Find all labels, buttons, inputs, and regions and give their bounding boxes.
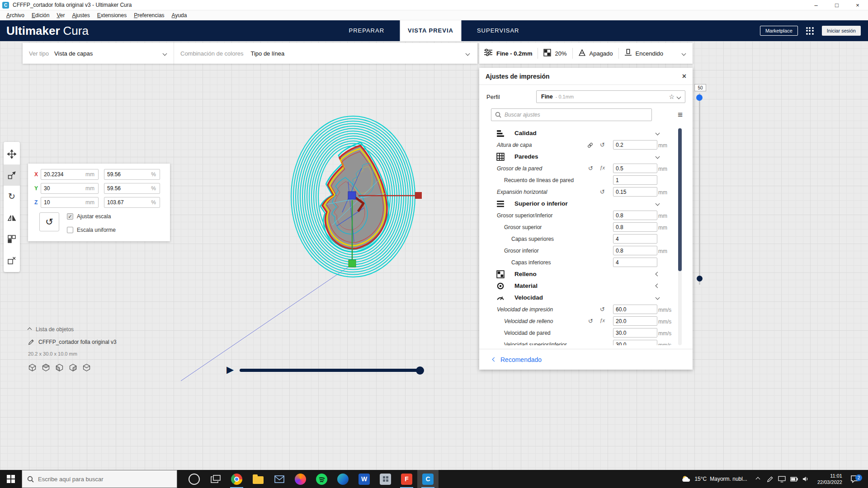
- tab-vista-previa[interactable]: VISTA PREVIA: [400, 20, 462, 41]
- menu-ajustes[interactable]: Ajustes: [68, 12, 93, 19]
- close-icon[interactable]: ×: [682, 72, 686, 80]
- play-button[interactable]: ▶: [226, 364, 234, 375]
- mirror-tool[interactable]: [4, 207, 20, 228]
- hidden-icons-chevron[interactable]: [755, 477, 760, 481]
- menu-ver[interactable]: Ver: [53, 12, 68, 19]
- menu-preferencias[interactable]: Preferencias: [130, 12, 168, 19]
- setting-input[interactable]: [613, 305, 657, 314]
- setting-input[interactable]: [613, 258, 657, 267]
- setting-input[interactable]: [613, 187, 657, 197]
- revert-icon[interactable]: ↺: [600, 141, 605, 148]
- revert-icon[interactable]: ↺: [600, 306, 605, 313]
- x-percent-field[interactable]: %: [104, 169, 160, 180]
- animation-slider-track[interactable]: [240, 369, 422, 372]
- uniform-scale-checkbox[interactable]: [67, 227, 73, 233]
- settings-search-box[interactable]: [491, 108, 652, 121]
- snap-scale-option[interactable]: ✓ Ajustar escala: [67, 213, 111, 220]
- link-icon[interactable]: [587, 141, 593, 150]
- settings-scrollbar-thumb[interactable]: [678, 128, 682, 271]
- edge-icon[interactable]: [332, 470, 354, 488]
- star-icon[interactable]: ☆: [669, 93, 675, 100]
- weather-widget[interactable]: 15°C Mayorm. nubl...: [676, 475, 753, 483]
- tab-preparar[interactable]: PREPARAR: [341, 20, 393, 41]
- setting-input[interactable]: [613, 328, 657, 338]
- battery-icon[interactable]: [790, 476, 798, 482]
- settings-menu-icon[interactable]: ≡: [678, 110, 683, 120]
- x-size-field[interactable]: mm: [41, 169, 99, 180]
- menu-ayuda[interactable]: Ayuda: [168, 12, 191, 19]
- recommended-link[interactable]: Recomendado: [500, 356, 542, 363]
- view-type-dropdown[interactable]: Ver tipo Vista de capas: [23, 43, 174, 64]
- view-3d-icon[interactable]: [28, 363, 37, 372]
- settings-search-input[interactable]: [505, 112, 648, 118]
- monitor-icon[interactable]: [778, 476, 786, 483]
- print-settings-summary[interactable]: Fine - 0.2mm 20% Apagado Encendido: [479, 43, 693, 64]
- uniform-scale-option[interactable]: Escala uniforme: [67, 227, 116, 233]
- y-size-field[interactable]: mm: [41, 183, 99, 194]
- setting-input[interactable]: [613, 246, 657, 255]
- cura-taskbar-icon[interactable]: C: [417, 470, 439, 488]
- profile-dropdown[interactable]: Fine - 0.1mm ☆: [536, 90, 685, 103]
- z-percent-field[interactable]: %: [104, 197, 160, 208]
- settings-category-superior-inferior[interactable]: Superior o inferior: [479, 198, 687, 210]
- menu-edicion[interactable]: Edición: [28, 12, 53, 19]
- chrome-icon[interactable]: [226, 470, 247, 488]
- object-list-toggle[interactable]: Lista de objetos: [28, 326, 74, 333]
- y-percent-field[interactable]: %: [104, 183, 160, 194]
- reset-scale-button[interactable]: ↺: [39, 212, 59, 231]
- cortana-icon[interactable]: [184, 470, 205, 488]
- setting-input[interactable]: [613, 140, 657, 150]
- speaker-icon[interactable]: [802, 476, 809, 482]
- app-icon-misc[interactable]: [375, 470, 396, 488]
- setting-input[interactable]: [613, 164, 657, 173]
- formula-icon[interactable]: ƒx: [599, 318, 605, 323]
- z-percent-input[interactable]: [104, 199, 151, 206]
- y-percent-input[interactable]: [104, 185, 151, 192]
- clock[interactable]: 11:01 22/03/2022: [813, 473, 847, 486]
- start-button[interactable]: [0, 470, 22, 488]
- revert-icon[interactable]: ↺: [588, 318, 593, 324]
- revert-icon[interactable]: ↺: [600, 188, 605, 195]
- marketplace-button[interactable]: Marketplace: [760, 26, 798, 36]
- settings-category-velocidad[interactable]: Velocidad: [479, 292, 687, 304]
- object-list-item[interactable]: CFFFP_cortador folla original v3: [28, 339, 117, 345]
- layer-slider-track[interactable]: [699, 93, 700, 285]
- y-size-input[interactable]: [41, 185, 85, 192]
- rotate-tool[interactable]: ↻: [4, 186, 20, 207]
- setting-input[interactable]: [613, 234, 657, 244]
- color-scheme-dropdown[interactable]: Combinación de colores Tipo de línea: [174, 43, 477, 64]
- per-model-settings-tool[interactable]: [4, 228, 20, 249]
- tab-supervisar[interactable]: SUPERVISAR: [469, 20, 528, 41]
- animation-slider-handle[interactable]: [416, 366, 424, 375]
- action-center[interactable]: 2: [847, 475, 866, 483]
- sliced-model-preview[interactable]: [172, 108, 434, 393]
- snap-scale-checkbox[interactable]: ✓: [67, 213, 73, 220]
- settings-category-relleno[interactable]: Relleno: [479, 268, 687, 280]
- taskbar-search-input[interactable]: [38, 476, 172, 483]
- taskbar-search[interactable]: [22, 470, 177, 488]
- close-button[interactable]: ×: [847, 0, 868, 10]
- task-view-icon[interactable]: [205, 470, 226, 488]
- revert-icon[interactable]: ↺: [588, 165, 593, 172]
- view-front-icon[interactable]: [42, 363, 50, 372]
- setting-input[interactable]: [613, 316, 657, 326]
- maximize-button[interactable]: □: [826, 0, 847, 10]
- view-left-icon[interactable]: [69, 363, 77, 372]
- f-app-icon[interactable]: F: [396, 470, 417, 488]
- setting-input[interactable]: [613, 340, 657, 345]
- scale-tool[interactable]: [4, 164, 20, 186]
- word-icon[interactable]: W: [354, 470, 375, 488]
- apps-grid-icon[interactable]: [806, 27, 814, 35]
- menu-extensiones[interactable]: Extensiones: [94, 12, 130, 19]
- viewport-buildplate[interactable]: [0, 41, 868, 470]
- spotify-icon[interactable]: [311, 470, 332, 488]
- settings-category-paredes[interactable]: Paredes: [479, 151, 687, 163]
- settings-category-material[interactable]: Material: [479, 280, 687, 292]
- z-size-input[interactable]: [41, 199, 85, 206]
- pen-icon[interactable]: [767, 476, 774, 483]
- setting-input[interactable]: [613, 175, 657, 185]
- move-tool[interactable]: [4, 143, 20, 164]
- z-size-field[interactable]: mm: [41, 197, 99, 208]
- minimize-button[interactable]: –: [806, 0, 826, 10]
- file-explorer-icon[interactable]: [247, 470, 269, 488]
